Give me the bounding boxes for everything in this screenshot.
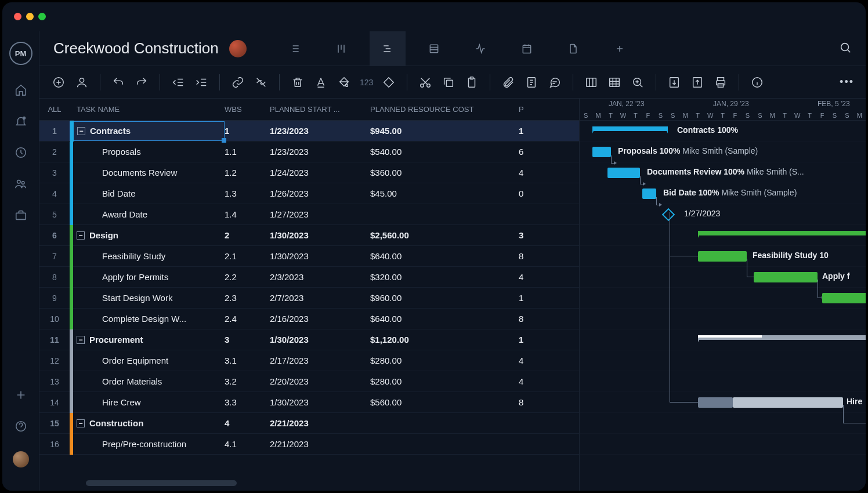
gantt-bar-proposals[interactable] [592, 147, 611, 157]
zoom-icon[interactable] [630, 75, 645, 90]
help-icon[interactable] [15, 420, 27, 433]
task-name-cell[interactable]: −Contracts [70, 121, 225, 141]
start-cell[interactable]: 1/23/2023 [270, 147, 370, 157]
undo-icon[interactable] [111, 75, 126, 90]
maximize-icon[interactable] [38, 13, 46, 20]
delete-icon[interactable] [290, 75, 305, 90]
cost-cell[interactable]: $945.00 [370, 126, 519, 136]
p-cell[interactable]: 3 [519, 230, 542, 240]
start-cell[interactable]: 2/21/2023 [270, 418, 370, 428]
link-icon[interactable] [230, 75, 245, 90]
minimize-icon[interactable] [26, 13, 34, 20]
wbs-cell[interactable]: 4 [225, 418, 270, 428]
task-row[interactable]: 9Start Design Work2.32/7/2023$960.001 [39, 288, 579, 309]
task-row[interactable]: 14Hire Crew3.31/30/2023$560.008 [39, 392, 579, 413]
home-icon[interactable] [15, 84, 27, 96]
grid-icon[interactable] [607, 75, 622, 90]
assign-icon[interactable] [74, 75, 89, 90]
attach-icon[interactable] [501, 75, 516, 90]
view-sheet-icon[interactable] [416, 31, 452, 66]
view-activity-icon[interactable] [462, 31, 498, 66]
task-name-cell[interactable]: Feasibility Study [70, 246, 225, 267]
task-row[interactable]: 11−Procurement31/30/2023$1,120.001 [39, 329, 579, 350]
task-name-cell[interactable]: Complete Design W... [70, 309, 225, 329]
col-all[interactable]: ALL [39, 105, 70, 114]
window-controls[interactable] [14, 13, 46, 20]
task-row[interactable]: 8Apply for Permits2.22/3/2023$320.004 [39, 267, 579, 288]
unlink-icon[interactable] [254, 75, 269, 90]
start-cell[interactable]: 1/26/2023 [270, 188, 370, 198]
view-board-icon[interactable] [323, 31, 359, 66]
wbs-cell[interactable]: 1.1 [225, 147, 270, 157]
cost-cell[interactable]: $640.00 [370, 314, 519, 324]
task-row[interactable]: 12Order Equipment3.12/17/2023$280.004 [39, 350, 579, 371]
start-cell[interactable]: 2/17/2023 [270, 356, 370, 365]
p-cell[interactable]: 6 [519, 147, 542, 157]
gantt-body[interactable]: Contracts 100% Proposals 100% Mike Smith… [580, 121, 866, 455]
start-cell[interactable]: 2/3/2023 [270, 272, 370, 282]
task-name-cell[interactable]: Documents Review [70, 162, 225, 183]
columns-icon[interactable] [584, 75, 599, 90]
close-icon[interactable] [14, 13, 21, 20]
col-wbs[interactable]: WBS [225, 105, 270, 114]
wbs-cell[interactable]: 1.3 [225, 188, 270, 198]
start-cell[interactable]: 1/30/2023 [270, 335, 370, 345]
team-icon[interactable] [15, 177, 27, 190]
export-icon[interactable] [690, 75, 705, 90]
col-task-name[interactable]: TASK NAME [70, 105, 225, 114]
task-name-cell[interactable]: Start Design Work [70, 288, 225, 309]
task-row[interactable]: 7Feasibility Study2.11/30/2023$640.008 [39, 246, 579, 267]
wbs-cell[interactable]: 2.2 [225, 272, 270, 282]
p-cell[interactable]: 0 [519, 188, 542, 198]
gantt-bar-bid[interactable] [642, 188, 656, 199]
scrollbar[interactable] [86, 480, 237, 486]
wbs-cell[interactable]: 2.4 [225, 314, 270, 324]
gantt-bar-permits[interactable] [754, 272, 818, 282]
number-format[interactable]: 123 [360, 78, 373, 87]
indent-icon[interactable] [194, 75, 209, 90]
cost-cell[interactable]: $360.00 [370, 168, 519, 177]
clock-icon[interactable] [15, 146, 27, 159]
briefcase-icon[interactable] [15, 209, 27, 222]
redo-icon[interactable] [134, 75, 149, 90]
wbs-cell[interactable]: 3.2 [225, 376, 270, 386]
notes-icon[interactable] [524, 75, 539, 90]
start-cell[interactable]: 2/7/2023 [270, 293, 370, 303]
fill-icon[interactable] [337, 75, 352, 90]
start-cell[interactable]: 1/30/2023 [270, 251, 370, 261]
gantt-bar-feasibility[interactable] [698, 251, 747, 262]
cost-cell[interactable]: $560.00 [370, 397, 519, 407]
col-p[interactable]: P [519, 105, 542, 114]
start-cell[interactable]: 2/20/2023 [270, 376, 370, 386]
wbs-cell[interactable]: 3.1 [225, 356, 270, 365]
task-name-cell[interactable]: −Construction [70, 413, 225, 434]
gantt-bar-design-work[interactable] [822, 293, 866, 303]
col-planned-start[interactable]: PLANNED START ... [270, 105, 370, 114]
start-cell[interactable]: 2/21/2023 [270, 439, 370, 449]
comment-icon[interactable] [547, 75, 562, 90]
diamond-icon[interactable] [381, 75, 396, 90]
plus-icon[interactable] [15, 389, 27, 401]
paste-icon[interactable] [464, 75, 479, 90]
view-calendar-icon[interactable] [509, 31, 545, 66]
search-icon[interactable] [839, 41, 852, 56]
cost-cell[interactable]: $2,560.00 [370, 230, 519, 240]
start-cell[interactable]: 1/23/2023 [270, 126, 370, 136]
p-cell[interactable]: 1 [519, 335, 542, 345]
copy-icon[interactable] [441, 75, 456, 90]
task-name-cell[interactable]: Prep/Pre-construction [70, 434, 225, 455]
wbs-cell[interactable]: 3.3 [225, 397, 270, 407]
gantt-bar-documents[interactable] [607, 168, 640, 178]
gantt-bar-hire-done[interactable] [698, 397, 733, 408]
task-name-cell[interactable]: −Procurement [70, 329, 225, 350]
task-name-cell[interactable]: Order Equipment [70, 350, 225, 371]
p-cell[interactable]: 8 [519, 397, 542, 407]
task-row[interactable]: 1−Contracts11/23/2023$945.001 [39, 121, 579, 142]
wbs-cell[interactable]: 3 [225, 335, 270, 345]
cost-cell[interactable]: $1,120.00 [370, 335, 519, 345]
add-task-icon[interactable] [51, 75, 66, 90]
wbs-cell[interactable]: 2.3 [225, 293, 270, 303]
gantt-bar-design[interactable] [698, 231, 866, 235]
collapse-icon[interactable]: − [77, 419, 85, 427]
cost-cell[interactable]: $540.00 [370, 147, 519, 157]
